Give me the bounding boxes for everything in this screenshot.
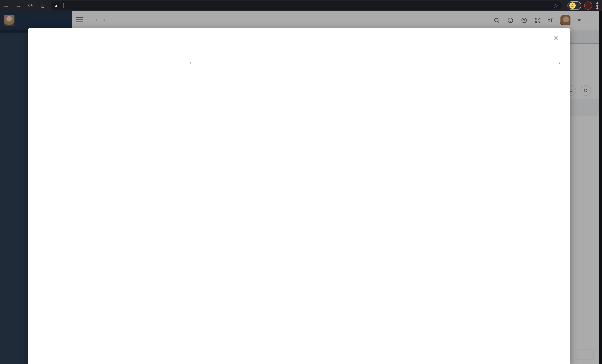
browser-forward-icon[interactable]: → bbox=[12, 0, 24, 11]
code-view[interactable] bbox=[191, 80, 563, 364]
browser-reload-icon[interactable]: ⟳ bbox=[24, 0, 37, 11]
app-page: / / tT bbox=[0, 11, 602, 364]
file-tree bbox=[32, 59, 186, 364]
browser-update-button[interactable] bbox=[584, 1, 592, 10]
address-bar[interactable]: ▲ ☆ bbox=[50, 1, 562, 10]
bookmark-star-icon[interactable]: ☆ bbox=[553, 2, 558, 9]
code-panel: ‹ › bbox=[187, 56, 563, 364]
profile-emoji-icon: ☺ bbox=[569, 2, 576, 9]
file-tabs: ‹ › bbox=[187, 56, 563, 69]
browser-profile-chip[interactable]: ☺ bbox=[568, 1, 581, 10]
close-icon[interactable]: ✕ bbox=[553, 35, 559, 42]
browser-back-icon[interactable]: ← bbox=[0, 0, 12, 11]
code-preview-dialog: ✕ ‹ › bbox=[28, 28, 570, 364]
browser-menu-icon[interactable]: ●●● bbox=[594, 2, 601, 10]
tabs-scroll-right-icon[interactable]: › bbox=[556, 56, 563, 69]
tabs-scroll-left-icon[interactable]: ‹ bbox=[187, 59, 194, 66]
browser-toolbar: ← → ⟳ ⌂ ▲ ☆ ☺ ●●● bbox=[0, 0, 602, 11]
browser-home-icon[interactable]: ⌂ bbox=[37, 0, 49, 11]
not-secure-warning-icon: ▲ bbox=[54, 3, 59, 9]
